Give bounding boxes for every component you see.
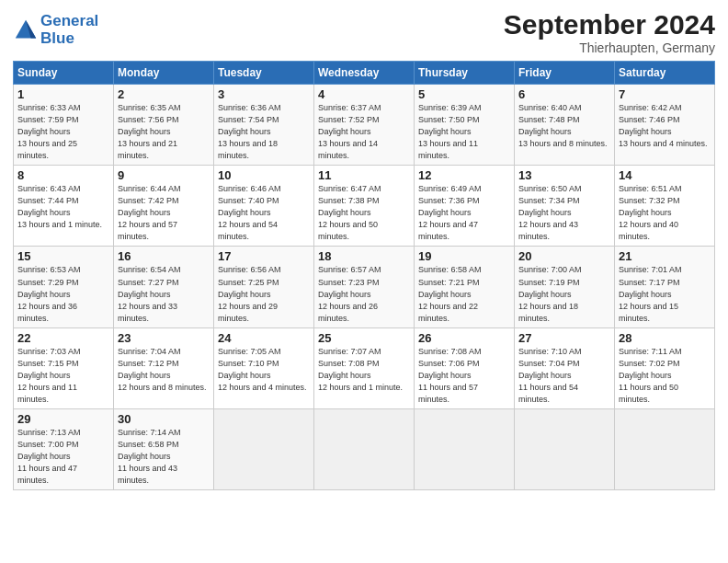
weekday-header: Saturday: [615, 62, 715, 85]
day-info: Sunrise: 7:07 AMSunset: 7:08 PMDaylight …: [318, 346, 410, 394]
calendar-table: SundayMondayTuesdayWednesdayThursdayFrid…: [13, 61, 715, 490]
day-number: 1: [17, 87, 109, 101]
day-info: Sunrise: 6:35 AMSunset: 7:56 PMDaylight …: [118, 102, 210, 162]
day-number: 23: [118, 331, 210, 345]
day-info: Sunrise: 6:46 AMSunset: 7:40 PMDaylight …: [218, 183, 310, 243]
calendar-cell: 27Sunrise: 7:10 AMSunset: 7:04 PMDayligh…: [515, 327, 615, 408]
day-info: Sunrise: 6:36 AMSunset: 7:54 PMDaylight …: [218, 102, 310, 162]
calendar-cell: 2Sunrise: 6:35 AMSunset: 7:56 PMDaylight…: [114, 85, 214, 166]
calendar-week-row: 29Sunrise: 7:13 AMSunset: 7:00 PMDayligh…: [14, 408, 715, 489]
weekday-header: Thursday: [415, 62, 515, 85]
day-info: Sunrise: 6:37 AMSunset: 7:52 PMDaylight …: [318, 102, 410, 162]
weekday-header-row: SundayMondayTuesdayWednesdayThursdayFrid…: [14, 62, 715, 85]
day-number: 2: [118, 87, 210, 101]
logo-text-blue: Blue: [40, 30, 98, 48]
day-number: 21: [619, 249, 711, 263]
day-number: 24: [218, 331, 310, 345]
day-info: Sunrise: 6:44 AMSunset: 7:42 PMDaylight …: [118, 183, 210, 243]
day-number: 3: [218, 87, 310, 101]
calendar-cell: 12Sunrise: 6:49 AMSunset: 7:36 PMDayligh…: [415, 166, 515, 247]
calendar-week-row: 15Sunrise: 6:53 AMSunset: 7:29 PMDayligh…: [14, 247, 715, 327]
day-info: Sunrise: 7:11 AMSunset: 7:02 PMDaylight …: [619, 346, 711, 406]
day-number: 12: [418, 168, 510, 182]
day-info: Sunrise: 7:10 AMSunset: 7:04 PMDaylight …: [518, 346, 610, 406]
calendar-cell: 26Sunrise: 7:08 AMSunset: 7:06 PMDayligh…: [415, 327, 515, 408]
calendar-cell: 8Sunrise: 6:43 AMSunset: 7:44 PMDaylight…: [14, 166, 114, 247]
day-info: Sunrise: 6:51 AMSunset: 7:32 PMDaylight …: [619, 183, 711, 243]
day-info: Sunrise: 6:54 AMSunset: 7:27 PMDaylight …: [118, 264, 210, 324]
day-info: Sunrise: 6:33 AMSunset: 7:59 PMDaylight …: [17, 102, 109, 162]
weekday-header: Friday: [515, 62, 615, 85]
day-info: Sunrise: 7:00 AMSunset: 7:19 PMDaylight …: [518, 264, 610, 324]
calendar-cell: 15Sunrise: 6:53 AMSunset: 7:29 PMDayligh…: [14, 247, 114, 327]
logo-text-general: General: [40, 13, 98, 30]
day-number: 8: [17, 168, 109, 182]
logo-icon: [13, 17, 39, 43]
day-number: 17: [218, 249, 310, 263]
day-info: Sunrise: 7:13 AMSunset: 7:00 PMDaylight …: [17, 427, 109, 487]
calendar-week-row: 1Sunrise: 6:33 AMSunset: 7:59 PMDaylight…: [14, 85, 715, 166]
day-number: 14: [619, 168, 711, 182]
calendar-cell: [214, 408, 314, 489]
weekday-header: Wednesday: [314, 62, 415, 85]
day-info: Sunrise: 7:04 AMSunset: 7:12 PMDaylight …: [118, 346, 210, 394]
calendar-cell: 11Sunrise: 6:47 AMSunset: 7:38 PMDayligh…: [314, 166, 415, 247]
day-number: 7: [619, 87, 711, 101]
day-info: Sunrise: 6:49 AMSunset: 7:36 PMDaylight …: [418, 183, 510, 243]
calendar-cell: 25Sunrise: 7:07 AMSunset: 7:08 PMDayligh…: [314, 327, 415, 408]
day-info: Sunrise: 6:43 AMSunset: 7:44 PMDaylight …: [17, 183, 109, 231]
calendar-cell: 13Sunrise: 6:50 AMSunset: 7:34 PMDayligh…: [515, 166, 615, 247]
calendar-cell: 23Sunrise: 7:04 AMSunset: 7:12 PMDayligh…: [114, 327, 214, 408]
day-info: Sunrise: 6:40 AMSunset: 7:48 PMDaylight …: [518, 102, 610, 150]
day-info: Sunrise: 7:14 AMSunset: 6:58 PMDaylight …: [118, 427, 210, 487]
calendar-cell: [415, 408, 515, 489]
calendar-cell: 20Sunrise: 7:00 AMSunset: 7:19 PMDayligh…: [515, 247, 615, 327]
calendar-cell: 28Sunrise: 7:11 AMSunset: 7:02 PMDayligh…: [615, 327, 715, 408]
calendar-cell: [515, 408, 615, 489]
day-number: 18: [318, 249, 410, 263]
calendar-week-row: 8Sunrise: 6:43 AMSunset: 7:44 PMDaylight…: [14, 166, 715, 247]
day-info: Sunrise: 6:56 AMSunset: 7:25 PMDaylight …: [218, 264, 310, 324]
calendar-cell: 3Sunrise: 6:36 AMSunset: 7:54 PMDaylight…: [214, 85, 314, 166]
location: Thierhaupten, Germany: [504, 40, 715, 55]
calendar-cell: 19Sunrise: 6:58 AMSunset: 7:21 PMDayligh…: [415, 247, 515, 327]
calendar-cell: 16Sunrise: 6:54 AMSunset: 7:27 PMDayligh…: [114, 247, 214, 327]
day-info: Sunrise: 6:47 AMSunset: 7:38 PMDaylight …: [318, 183, 410, 243]
day-info: Sunrise: 7:08 AMSunset: 7:06 PMDaylight …: [418, 346, 510, 406]
day-info: Sunrise: 7:03 AMSunset: 7:15 PMDaylight …: [17, 346, 109, 406]
calendar-cell: 21Sunrise: 7:01 AMSunset: 7:17 PMDayligh…: [615, 247, 715, 327]
calendar-cell: 22Sunrise: 7:03 AMSunset: 7:15 PMDayligh…: [14, 327, 114, 408]
calendar-week-row: 22Sunrise: 7:03 AMSunset: 7:15 PMDayligh…: [14, 327, 715, 408]
day-number: 16: [118, 249, 210, 263]
calendar-container: General Blue September 2024 Thierhaupten…: [0, 0, 728, 500]
calendar-cell: 10Sunrise: 6:46 AMSunset: 7:40 PMDayligh…: [214, 166, 314, 247]
calendar-cell: [314, 408, 415, 489]
day-info: Sunrise: 6:53 AMSunset: 7:29 PMDaylight …: [17, 264, 109, 324]
day-info: Sunrise: 6:50 AMSunset: 7:34 PMDaylight …: [518, 183, 610, 243]
weekday-header: Tuesday: [214, 62, 314, 85]
calendar-cell: 9Sunrise: 6:44 AMSunset: 7:42 PMDaylight…: [114, 166, 214, 247]
day-number: 9: [118, 168, 210, 182]
day-number: 29: [17, 412, 109, 426]
day-number: 27: [518, 331, 610, 345]
calendar-cell: 29Sunrise: 7:13 AMSunset: 7:00 PMDayligh…: [14, 408, 114, 489]
day-number: 19: [418, 249, 510, 263]
day-number: 20: [518, 249, 610, 263]
day-number: 6: [518, 87, 610, 101]
calendar-cell: [615, 408, 715, 489]
logo: General Blue: [13, 13, 98, 47]
day-number: 5: [418, 87, 510, 101]
day-number: 10: [218, 168, 310, 182]
calendar-cell: 6Sunrise: 6:40 AMSunset: 7:48 PMDaylight…: [515, 85, 615, 166]
day-info: Sunrise: 7:01 AMSunset: 7:17 PMDaylight …: [619, 264, 711, 324]
calendar-cell: 1Sunrise: 6:33 AMSunset: 7:59 PMDaylight…: [14, 85, 114, 166]
day-number: 13: [518, 168, 610, 182]
day-number: 22: [17, 331, 109, 345]
day-number: 15: [17, 249, 109, 263]
weekday-header: Monday: [114, 62, 214, 85]
calendar-cell: 24Sunrise: 7:05 AMSunset: 7:10 PMDayligh…: [214, 327, 314, 408]
weekday-header: Sunday: [14, 62, 114, 85]
day-number: 11: [318, 168, 410, 182]
day-number: 30: [118, 412, 210, 426]
day-number: 4: [318, 87, 410, 101]
